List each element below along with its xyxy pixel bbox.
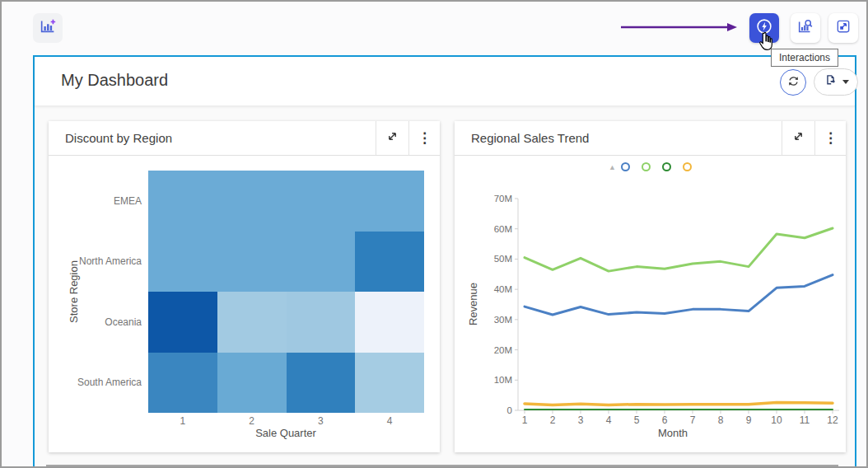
heatmap-cell-oceania-q3[interactable] bbox=[287, 292, 356, 353]
dashboard-title: My Dashboard bbox=[61, 71, 168, 90]
add-widget-button[interactable] bbox=[33, 13, 63, 43]
heatmap-cell-south-america-q1[interactable] bbox=[148, 353, 217, 414]
y-tick-label: 10M bbox=[494, 375, 512, 385]
export-button[interactable] bbox=[814, 68, 858, 96]
widget-expand-button[interactable] bbox=[782, 121, 814, 155]
open-in-full-icon bbox=[792, 130, 805, 146]
heatmap-row-label: North America bbox=[49, 255, 142, 267]
heatmap-y-axis-title: Store Region bbox=[68, 260, 80, 323]
x-tick-label: 9 bbox=[746, 414, 752, 426]
x-tick-label: 10 bbox=[771, 414, 782, 426]
widget-header: Regional Sales Trend ⋮ bbox=[455, 121, 846, 156]
bar-chart-plus-icon bbox=[39, 17, 57, 39]
heatmap-row-label: South America bbox=[49, 377, 142, 388]
y-tick-label: 40M bbox=[494, 284, 512, 294]
widget-discount-by-region: Discount by Region ⋮ EMEANorth AmericaOc… bbox=[49, 121, 440, 452]
heatmap-cell-north-america-q4[interactable] bbox=[355, 232, 424, 292]
widget-title: Discount by Region bbox=[49, 121, 376, 155]
y-tick-label: 60M bbox=[494, 224, 512, 234]
x-tick-label: 1 bbox=[522, 414, 528, 426]
legend-scroll-icon: ▲ bbox=[609, 163, 616, 171]
x-tick-label: 6 bbox=[662, 414, 668, 426]
heatmap-cell-north-america-q3[interactable] bbox=[287, 232, 356, 292]
x-tick-label: 2 bbox=[550, 414, 556, 426]
explore-button[interactable] bbox=[791, 13, 820, 43]
dashboard-header: My Dashboard bbox=[35, 57, 855, 106]
widget-header: Discount by Region ⋮ bbox=[49, 121, 440, 156]
line-series-light-green[interactable] bbox=[525, 228, 833, 271]
widget-regional-sales-trend: Regional Sales Trend ⋮ ▲ 010M20M30M40M50… bbox=[455, 121, 846, 452]
heatmap-cell-emea-q2[interactable] bbox=[217, 171, 287, 232]
heatmap-row-labels: EMEANorth AmericaOceaniaSouth America bbox=[49, 171, 142, 413]
fullscreen-button[interactable] bbox=[828, 13, 858, 43]
heatmap-column-label: 3 bbox=[287, 415, 356, 427]
line-series-yellow[interactable] bbox=[525, 402, 833, 405]
x-tick-label: 12 bbox=[827, 414, 838, 426]
line-series-blue[interactable] bbox=[525, 275, 833, 315]
top-toolbar: Interactions bbox=[2, 2, 866, 54]
legend-marker-series-dark-green[interactable] bbox=[662, 162, 671, 171]
kebab-menu-icon: ⋮ bbox=[824, 129, 838, 147]
next-row-widget-edge bbox=[46, 465, 838, 468]
heatmap-cell-emea-q4[interactable] bbox=[355, 171, 424, 232]
heatmap-grid bbox=[148, 171, 424, 413]
line-x-axis-title: Month bbox=[658, 427, 688, 439]
widget-expand-button[interactable] bbox=[376, 121, 408, 155]
x-tick-label: 3 bbox=[578, 414, 584, 426]
refresh-button[interactable] bbox=[780, 69, 806, 96]
x-tick-label: 4 bbox=[606, 414, 612, 426]
heatmap-row-label: EMEA bbox=[49, 195, 142, 207]
dashboard-container: My Dashboard bbox=[33, 55, 856, 468]
widget-title: Regional Sales Trend bbox=[455, 121, 782, 155]
y-tick-label: 20M bbox=[494, 345, 512, 355]
y-tick-label: 30M bbox=[494, 315, 512, 325]
interactions-tooltip: Interactions bbox=[771, 49, 838, 67]
chevron-down-icon bbox=[842, 80, 849, 84]
chart-legend: ▲ bbox=[455, 162, 846, 171]
heatmap-column-label: 4 bbox=[355, 415, 424, 427]
heatmap-x-axis-title: Sale Quarter bbox=[255, 427, 316, 439]
heatmap-row-label: Oceania bbox=[49, 316, 142, 328]
heatmap-cell-south-america-q3[interactable] bbox=[287, 353, 356, 414]
expand-icon bbox=[835, 18, 852, 38]
x-tick-label: 8 bbox=[718, 414, 724, 426]
export-file-icon bbox=[824, 73, 838, 91]
kebab-menu-icon: ⋮ bbox=[418, 129, 432, 147]
x-tick-label: 11 bbox=[800, 414, 810, 426]
chart-magnifier-icon bbox=[796, 17, 814, 39]
heatmap-cell-oceania-q4[interactable] bbox=[355, 292, 424, 353]
heatmap-cell-north-america-q1[interactable] bbox=[148, 232, 217, 292]
heatmap-column-label: 1 bbox=[148, 415, 217, 427]
open-in-full-icon bbox=[386, 130, 399, 146]
refresh-icon bbox=[786, 74, 800, 91]
y-tick-label: 0 bbox=[507, 405, 512, 415]
heatmap-cell-emea-q1[interactable] bbox=[148, 171, 217, 232]
x-tick-label: 5 bbox=[634, 414, 640, 426]
widget-menu-button[interactable]: ⋮ bbox=[408, 121, 440, 155]
legend-marker-series-blue[interactable] bbox=[621, 162, 630, 171]
heatmap-column-label: 2 bbox=[217, 415, 287, 427]
x-tick-label: 7 bbox=[690, 414, 696, 426]
legend-marker-series-light-green[interactable] bbox=[642, 162, 651, 171]
annotation-arrow bbox=[618, 21, 741, 34]
heatmap-cell-south-america-q4[interactable] bbox=[355, 353, 424, 414]
app-window: Interactions My Dashboard bbox=[0, 0, 868, 468]
y-tick-label: 70M bbox=[494, 195, 512, 204]
heatmap-cell-south-america-q2[interactable] bbox=[217, 353, 287, 414]
line-y-axis-title: Revenue bbox=[467, 283, 479, 325]
axis-lines bbox=[518, 199, 839, 410]
heatmap-cell-emea-q3[interactable] bbox=[287, 171, 356, 232]
heatmap-cell-oceania-q1[interactable] bbox=[148, 292, 217, 353]
heatmap-cell-oceania-q2[interactable] bbox=[217, 292, 287, 353]
y-tick-label: 50M bbox=[494, 254, 512, 264]
widget-menu-button[interactable]: ⋮ bbox=[814, 121, 846, 155]
line-chart-plot[interactable]: 010M20M30M40M50M60M70M123456789101112 bbox=[481, 195, 843, 434]
legend-marker-series-yellow[interactable] bbox=[683, 162, 692, 171]
mouse-cursor-hand bbox=[756, 30, 777, 54]
heatmap-cell-north-america-q2[interactable] bbox=[217, 232, 287, 292]
